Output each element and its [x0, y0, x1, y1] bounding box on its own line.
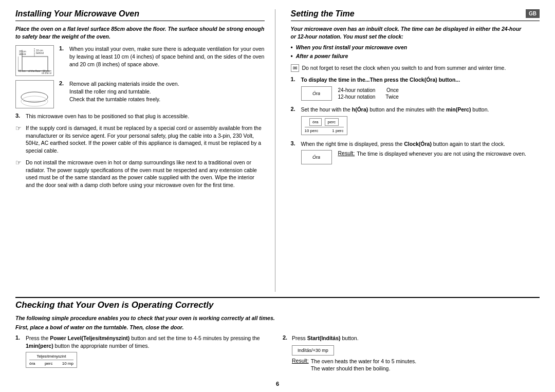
step3-item: 3. This microwave oven has to be positio…: [15, 113, 265, 120]
note2-icon: ☞: [15, 159, 23, 166]
page-container: Installing Your Microwave Oven Place the…: [0, 0, 555, 392]
step2-btn2: perc: [325, 118, 339, 126]
right-step1-num: 1.: [291, 76, 298, 101]
step3-num: 3.: [15, 113, 23, 119]
right-step3-num: 3.: [291, 140, 298, 165]
right-note-row: ✉ Do not forget to reset the clock when …: [291, 64, 540, 72]
left-column: Installing Your Microwave Oven Place the…: [15, 9, 275, 292]
right-step1-display: Óra: [301, 86, 332, 101]
row2-value: Twice: [385, 94, 399, 100]
bottom-right: 2. Press Start(Indítás) button. Indítás/…: [283, 334, 540, 378]
bullet-item-1: When you first install your microwave ov…: [291, 44, 540, 51]
row1-value: Once: [386, 87, 399, 93]
turntable-diagram: [15, 80, 54, 108]
step2-sub1: 10 perc: [305, 128, 319, 133]
page-number: 6: [15, 381, 540, 387]
bottom-section-title: Checking that Your Oven is Operating Cor…: [15, 300, 540, 312]
step2-text3: Check that the turntable rotates freely.: [69, 96, 179, 103]
left-intro: Place the oven on a flat level surface 8…: [15, 25, 265, 40]
svg-rect-0: [22, 57, 48, 71]
svg-text:above: above: [19, 52, 26, 55]
right-step3-display: Óra: [301, 150, 332, 164]
oven-install-diagram: 20 cm above 10 cm behind 85 cm of the fl…: [15, 45, 54, 76]
step2-text1: Remove all packing materials inside the …: [69, 80, 179, 88]
right-step2: 2. Set the hour with the h(Óra) button a…: [291, 106, 540, 135]
step2-sub2: 1 perc: [332, 128, 343, 133]
bullet-list: When you first install your microwave ov…: [291, 44, 540, 60]
row2-label: 12-hour notation: [338, 94, 376, 100]
bottom-left: 1. Press the Power Level(Teljesítményszi…: [15, 334, 272, 378]
left-section-title: Installing Your Microwave Oven: [15, 9, 265, 21]
right-section-title: Setting the Time: [291, 9, 540, 21]
step2-num: 2.: [59, 80, 66, 86]
step1-item: 1. When you install your oven, make sure…: [59, 45, 265, 68]
bottom-controls: Teljesítményszint óra perc 10 mp: [26, 352, 77, 368]
svg-text:on the side: on the side: [42, 71, 51, 74]
bottom-step2: 2. Press Start(Indítás) button. Indítás/…: [283, 334, 540, 372]
right-step1-label: To display the time in the...Then press …: [301, 77, 460, 83]
bottom-result-text1: The oven heats the water for 4 to 5 minu…: [311, 358, 416, 365]
right-column: GB Setting the Time Your microwave oven …: [286, 9, 540, 292]
bullet-text-2: After a power failure: [296, 53, 348, 60]
step3-text: This microwave oven has to be positioned…: [26, 113, 189, 120]
bottom-intro: The following simple procedure enables y…: [15, 314, 540, 322]
right-step1: 1. To display the time in the...Then pre…: [291, 76, 540, 101]
svg-text:of the floor: of the floor: [28, 69, 41, 72]
bottom-result-label: Result:: [292, 358, 309, 372]
note2-row: ☞ Do not install the microwave oven in h…: [15, 159, 265, 189]
teljesitmeny-label: Teljesítményszint: [29, 354, 73, 360]
right-note-icon: ✉: [291, 64, 299, 72]
start-button-display: Indítás/+30 mp: [292, 345, 334, 356]
right-step3-result-label: Result:: [338, 150, 355, 158]
bottom-first-line: First, place a bowl of water on the turn…: [15, 324, 540, 331]
bottom-step1-num: 1.: [15, 334, 23, 368]
bottom-sub3: 10 mp: [62, 361, 73, 366]
note1-icon: ☞: [15, 124, 23, 132]
bottom-sub2: perc: [45, 361, 53, 366]
step2-text2: Install the roller ring and turntable.: [69, 88, 179, 96]
svg-text:behind: behind: [36, 51, 44, 54]
step1-text: When you install your oven, make sure th…: [69, 45, 265, 68]
row1-label: 24-hour notation: [338, 87, 376, 93]
right-intro: Your microwave oven has an inbuilt clock…: [291, 25, 540, 40]
step1-num: 1.: [59, 45, 66, 51]
bottom-step1: 1. Press the Power Level(Teljesítményszi…: [15, 334, 272, 368]
right-step3-result-text: The time is displayed whenever you are n…: [357, 150, 526, 158]
right-note-text: Do not forget to reset the clock when yo…: [302, 64, 506, 72]
note2-text: Do not install the microwave oven in hot…: [26, 159, 265, 189]
right-step3: 3. When the right time is displayed, pre…: [291, 140, 540, 165]
bullet-text-1: When you first install your microwave ov…: [296, 44, 407, 51]
gb-badge: GB: [526, 9, 540, 18]
note1-row: ☞ If the supply cord is damaged, it must…: [15, 124, 265, 155]
note1-text: If the supply cord is damaged, it must b…: [26, 124, 265, 155]
right-step2-num: 2.: [291, 106, 298, 135]
step2-btn1: óra: [309, 118, 322, 126]
bottom-section: Checking that Your Oven is Operating Cor…: [15, 297, 540, 378]
bottom-step2-num: 2.: [283, 334, 290, 341]
step2-controls: óra perc 10 perc 1 perc: [301, 116, 347, 135]
bottom-result-text2: The water should then be boiling.: [311, 365, 416, 372]
svg-point-13: [21, 92, 48, 102]
step2-item: 2. Remove all packing materials inside t…: [59, 80, 265, 103]
svg-text:85 cm: 85 cm: [18, 69, 26, 72]
bottom-sub1: óra: [29, 361, 35, 366]
bullet-item-2: After a power failure: [291, 53, 540, 60]
